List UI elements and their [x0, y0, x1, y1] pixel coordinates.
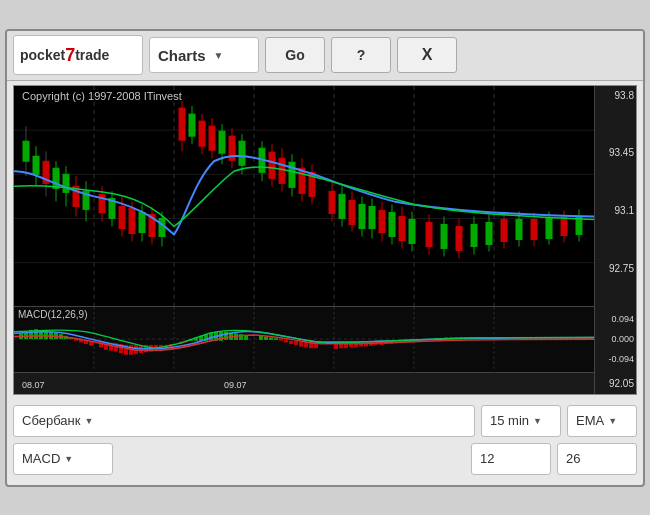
chart-inner: Copyright (c) 1997-2008 ITinvest [14, 86, 636, 394]
macd-select[interactable]: MACD ▼ [13, 443, 113, 475]
timeframe-select[interactable]: 15 min ▼ [481, 405, 561, 437]
y-label-6: 92.05 [597, 378, 634, 389]
svg-rect-99 [546, 218, 552, 238]
svg-rect-55 [269, 152, 275, 178]
svg-rect-43 [199, 121, 205, 146]
controls: Сбербанк ▼ 15 min ▼ EMA ▼ MACD ▼ 12 26 [7, 399, 643, 485]
svg-rect-81 [409, 219, 415, 243]
svg-rect-45 [209, 126, 215, 150]
logo-trade: trade [75, 47, 109, 63]
controls-row-2: MACD ▼ 12 26 [13, 443, 637, 475]
svg-rect-97 [531, 219, 537, 239]
svg-rect-163 [299, 342, 303, 347]
help-button[interactable]: ? [331, 37, 391, 73]
svg-rect-89 [471, 224, 477, 246]
svg-rect-31 [129, 208, 135, 233]
macd-y-label-1: 0.094 [597, 314, 634, 324]
date-label-1: 08.07 [22, 380, 45, 390]
svg-rect-75 [379, 210, 385, 232]
svg-rect-162 [294, 341, 298, 345]
svg-rect-159 [279, 339, 283, 341]
close-button[interactable]: X [397, 37, 457, 73]
y-label-2: 93.45 [597, 147, 634, 158]
svg-rect-95 [516, 219, 522, 239]
y-axis-macd: 0.094 0.000 -0.094 [594, 307, 636, 371]
main-window: pocket7trade Charts ▼ Go ? X Copyright (… [5, 29, 645, 487]
indicator-arrow-icon: ▼ [608, 416, 617, 426]
candlestick-svg [14, 86, 594, 307]
indicator-label: EMA [576, 413, 604, 428]
svg-rect-71 [359, 204, 365, 228]
charts-arrow-icon: ▼ [214, 50, 224, 61]
svg-rect-83 [426, 222, 432, 246]
copyright-text: Copyright (c) 1997-2008 ITinvest [22, 90, 182, 102]
svg-rect-47 [219, 131, 225, 153]
charts-label: Charts [158, 47, 206, 64]
svg-rect-37 [159, 218, 165, 236]
stock-select[interactable]: Сбербанк ▼ [13, 405, 475, 437]
svg-rect-69 [349, 200, 355, 224]
stock-label: Сбербанк [22, 413, 80, 428]
svg-rect-51 [239, 141, 245, 165]
svg-rect-91 [486, 222, 492, 244]
svg-rect-155 [259, 336, 263, 340]
macd-svg [14, 307, 594, 371]
controls-row-1: Сбербанк ▼ 15 min ▼ EMA ▼ [13, 405, 637, 437]
titlebar: pocket7trade Charts ▼ Go ? X [7, 31, 643, 81]
macd-y-label-3: -0.094 [597, 354, 634, 364]
y-label-1: 93.8 [597, 90, 634, 101]
logo: pocket7trade [13, 35, 143, 75]
svg-rect-101 [561, 217, 567, 235]
macd-y-label-2: 0.000 [597, 334, 634, 344]
macd-arrow-icon: ▼ [64, 454, 73, 464]
svg-rect-73 [369, 206, 375, 228]
macd-param1[interactable]: 12 [471, 443, 551, 475]
timeframe-arrow-icon: ▼ [533, 416, 542, 426]
y-label-4: 92.75 [597, 263, 634, 274]
svg-rect-156 [264, 337, 268, 340]
svg-rect-93 [501, 219, 507, 241]
svg-rect-77 [389, 212, 395, 236]
svg-rect-157 [269, 338, 273, 340]
go-button[interactable]: Go [265, 37, 325, 73]
svg-rect-57 [279, 158, 285, 183]
svg-rect-41 [189, 114, 195, 136]
svg-rect-79 [399, 216, 405, 240]
svg-rect-67 [339, 194, 345, 218]
y-label-3: 93.1 [597, 205, 634, 216]
macd-chart: MACD(12,26,9) [14, 307, 594, 371]
timeframe-label: 15 min [490, 413, 529, 428]
stock-arrow-icon: ▼ [84, 416, 93, 426]
svg-rect-160 [284, 340, 288, 342]
svg-rect-87 [456, 226, 462, 250]
indicator-select[interactable]: EMA ▼ [567, 405, 637, 437]
svg-rect-13 [33, 156, 39, 174]
svg-rect-65 [329, 191, 335, 213]
logo-seven: 7 [65, 45, 75, 66]
chart-area: Copyright (c) 1997-2008 ITinvest [13, 85, 637, 395]
svg-rect-85 [441, 224, 447, 248]
svg-rect-19 [63, 174, 69, 192]
logo-pocket: pocket [20, 47, 65, 63]
date-label-2: 09.07 [224, 380, 247, 390]
macd-chart-label: MACD(12,26,9) [18, 309, 87, 320]
date-row: 08.07 09.07 [14, 380, 594, 395]
svg-rect-11 [23, 141, 29, 161]
macd-label-ctrl: MACD [22, 451, 60, 466]
svg-rect-161 [289, 341, 293, 344]
svg-rect-33 [139, 212, 145, 232]
svg-rect-29 [119, 206, 125, 228]
svg-rect-39 [179, 108, 185, 140]
main-chart [14, 86, 594, 308]
charts-dropdown[interactable]: Charts ▼ [149, 37, 259, 73]
svg-rect-158 [274, 339, 278, 341]
macd-param2[interactable]: 26 [557, 443, 637, 475]
